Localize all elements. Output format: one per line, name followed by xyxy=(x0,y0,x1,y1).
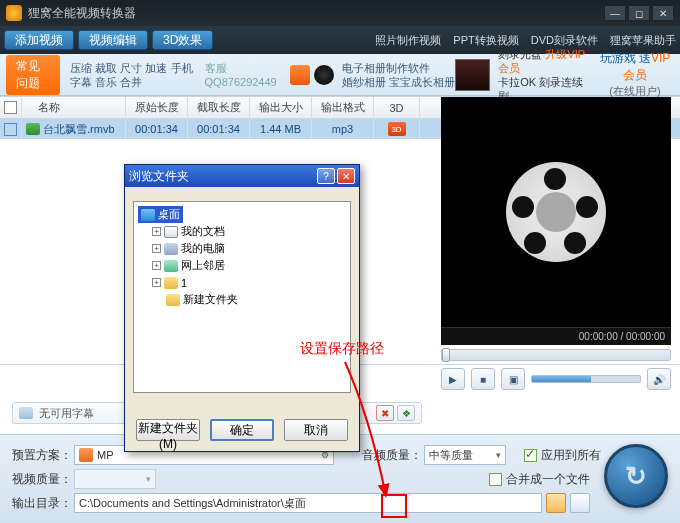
link-apple-helper[interactable]: 狸窝苹果助手 xyxy=(610,33,676,48)
clear-list-button[interactable]: ❖ xyxy=(397,405,415,421)
preset-label: 预置方案： xyxy=(12,447,74,464)
3d-effect-button[interactable]: 3D效果 xyxy=(152,30,213,50)
file-name: 台北飘雪.rmvb xyxy=(43,122,115,137)
dialog-buttons: 新建文件夹(M) 确定 取消 xyxy=(125,419,359,441)
row-checkbox[interactable] xyxy=(4,123,17,136)
video-file-icon xyxy=(26,123,40,135)
browse-folder-dialog: 浏览文件夹 ? ✕ 桌面 +我的文档 +我的电脑 +网上邻居 +1 新建文件夹 … xyxy=(124,164,360,452)
audio-q-label: 音频质量： xyxy=(362,447,424,464)
maximize-button[interactable]: ◻ xyxy=(628,5,650,21)
new-folder-button[interactable]: 新建文件夹(M) xyxy=(136,419,200,441)
dialog-close-button[interactable]: ✕ xyxy=(337,168,355,184)
out-format: mp3 xyxy=(312,119,374,139)
video-edit-button[interactable]: 视频编辑 xyxy=(78,30,148,50)
audio-quality-select[interactable]: 中等质量▾ xyxy=(424,445,506,465)
expand-icon[interactable]: + xyxy=(152,261,161,270)
computer-icon xyxy=(164,243,178,255)
minimize-button[interactable]: — xyxy=(604,5,626,21)
output-dir-label: 输出目录： xyxy=(12,495,74,512)
volume-slider[interactable] xyxy=(531,375,641,383)
cancel-button[interactable]: 取消 xyxy=(284,419,348,441)
video-q-label: 视频质量： xyxy=(12,471,74,488)
app-title: 狸窝全能视频转换器 xyxy=(28,5,602,22)
ok-button[interactable]: 确定 xyxy=(210,419,274,441)
kefu-qq: 客服QQ876292449 xyxy=(205,61,283,88)
col-name[interactable]: 名称 xyxy=(22,97,126,118)
dialog-titlebar[interactable]: 浏览文件夹 ? ✕ xyxy=(125,165,359,187)
preview-panel: 00:00:00 / 00:00:00 ▶ ■ ▣ 🔊 xyxy=(441,97,671,395)
app-logo-icon xyxy=(6,5,22,21)
col-out-size[interactable]: 输出大小 xyxy=(250,97,312,118)
expand-icon[interactable]: + xyxy=(152,278,161,287)
merge-label: 合并成一个文件 xyxy=(506,471,590,488)
seek-slider[interactable] xyxy=(441,349,671,361)
film-reel-icon xyxy=(314,65,334,85)
open-folder-button[interactable] xyxy=(570,493,590,513)
close-button[interactable]: ✕ xyxy=(652,5,674,21)
cut-length: 00:01:34 xyxy=(188,119,250,139)
faq-links[interactable]: 压缩 裁取 尺寸 加速 手机 字幕 音乐 合并 xyxy=(70,61,192,89)
movie-thumb-icon xyxy=(455,59,490,91)
subtitle-text: 无可用字幕 xyxy=(39,406,94,421)
snapshot-button[interactable]: ▣ xyxy=(501,368,525,390)
link-ppt-video[interactable]: PPT转换视频 xyxy=(453,33,518,48)
folder-tree[interactable]: 桌面 +我的文档 +我的电脑 +网上邻居 +1 新建文件夹 xyxy=(133,201,351,393)
convert-icon: ↻ xyxy=(625,461,647,492)
col-orig-length[interactable]: 原始长度 xyxy=(126,97,188,118)
network-icon xyxy=(164,260,178,272)
link-dvd-burn[interactable]: DVD刻录软件 xyxy=(531,33,598,48)
add-video-button[interactable]: 添加视频 xyxy=(4,30,74,50)
tree-docs[interactable]: +我的文档 xyxy=(152,223,346,240)
title-bar: 狸窝全能视频转换器 — ◻ ✕ xyxy=(0,0,680,26)
tree-net[interactable]: +网上邻居 xyxy=(152,257,346,274)
tree-folder-1[interactable]: +1 xyxy=(152,274,346,291)
apply-all-label: 应用到所有 xyxy=(541,447,601,464)
folder-icon xyxy=(164,277,178,289)
col-check[interactable] xyxy=(0,97,22,118)
promo-icons xyxy=(290,65,334,85)
tree-desktop[interactable]: 桌面 xyxy=(138,206,183,223)
folder-icon xyxy=(166,294,180,306)
playback-controls: ▶ ■ ▣ 🔊 xyxy=(441,367,671,391)
expand-icon[interactable]: + xyxy=(152,244,161,253)
start-convert-button[interactable]: ↻ xyxy=(604,444,668,508)
play-button[interactable]: ▶ xyxy=(441,368,465,390)
film-reel-icon xyxy=(506,162,606,262)
col-3d[interactable]: 3D xyxy=(374,97,420,118)
video-quality-select[interactable]: ▾ xyxy=(74,469,156,489)
album-links[interactable]: 电子相册制作软件 婚纱相册 宝宝成长相册 xyxy=(342,61,455,89)
subtitle-icon xyxy=(19,407,33,419)
dialog-title: 浏览文件夹 xyxy=(129,168,315,185)
remove-item-button[interactable]: ✖ xyxy=(376,405,394,421)
link-photo-video[interactable]: 照片制作视频 xyxy=(375,33,441,48)
col-out-format[interactable]: 输出格式 xyxy=(312,97,374,118)
faq-tab[interactable]: 常见问题 xyxy=(6,55,60,95)
output-dir-input[interactable]: C:\Documents and Settings\Administrator\… xyxy=(74,493,542,513)
3d-badge-icon[interactable]: 3D xyxy=(388,122,406,136)
dialog-help-button[interactable]: ? xyxy=(317,168,335,184)
timecode: 00:00:00 / 00:00:00 xyxy=(441,327,671,345)
out-size: 1.44 MB xyxy=(250,119,312,139)
documents-icon xyxy=(164,226,178,238)
promo-bar: 常见问题 压缩 裁取 尺寸 加速 手机 字幕 音乐 合并 客服QQ8762924… xyxy=(0,54,680,96)
game-vip-promo[interactable]: 玩游戏 送VIP会员 (在线用户) xyxy=(596,50,674,99)
powerpoint-icon xyxy=(290,65,310,85)
desktop-icon xyxy=(141,209,155,221)
expand-icon[interactable]: + xyxy=(152,227,161,236)
mute-button[interactable]: 🔊 xyxy=(647,368,671,390)
col-cut-length[interactable]: 截取长度 xyxy=(188,97,250,118)
merge-checkbox[interactable] xyxy=(489,473,502,486)
mp3-icon xyxy=(79,448,93,462)
browse-folder-button[interactable] xyxy=(546,493,566,513)
tree-pc[interactable]: +我的电脑 xyxy=(152,240,346,257)
apply-all-checkbox[interactable] xyxy=(524,449,537,462)
stop-button[interactable]: ■ xyxy=(471,368,495,390)
preview-screen xyxy=(441,97,671,327)
tree-new-folder[interactable]: 新建文件夹 xyxy=(152,291,346,308)
vip-links[interactable]: 刻录光盘 升级VIP会员 卡拉OK 刻录连续剧 xyxy=(498,47,588,103)
orig-length: 00:01:34 xyxy=(126,119,188,139)
